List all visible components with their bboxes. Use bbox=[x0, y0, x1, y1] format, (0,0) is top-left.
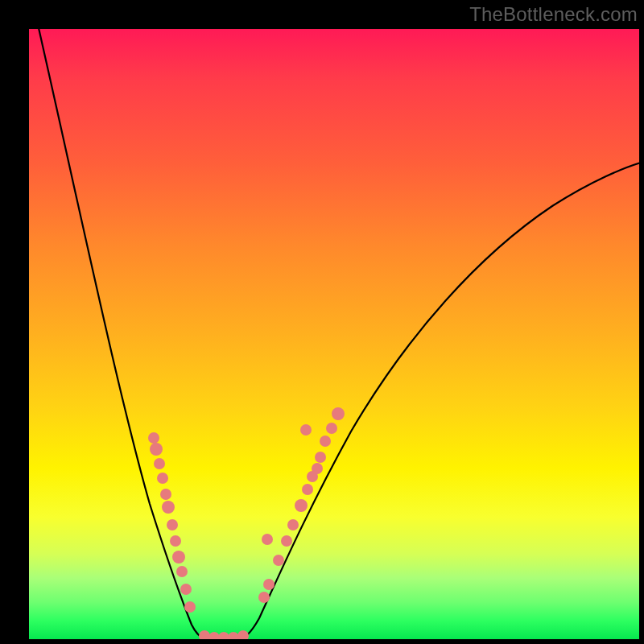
chart-svg bbox=[29, 29, 639, 639]
data-dot bbox=[199, 630, 210, 639]
data-dot bbox=[237, 630, 249, 639]
data-dot bbox=[281, 535, 292, 547]
curve-right-branch bbox=[237, 163, 639, 639]
data-dot bbox=[157, 473, 168, 484]
data-dot bbox=[287, 519, 299, 530]
data-dot bbox=[218, 632, 229, 639]
data-dot bbox=[208, 632, 220, 639]
watermark-text: TheBottleneck.com bbox=[469, 3, 638, 26]
data-dot bbox=[154, 458, 165, 469]
data-dot bbox=[302, 484, 313, 495]
data-dot bbox=[170, 535, 181, 547]
data-dot bbox=[180, 584, 192, 595]
data-dot bbox=[160, 489, 171, 500]
data-dot bbox=[148, 432, 159, 444]
data-dot bbox=[162, 501, 175, 514]
curve-left-branch bbox=[37, 29, 208, 639]
dots-right-group bbox=[258, 407, 345, 603]
data-dot bbox=[320, 436, 331, 447]
data-dot bbox=[262, 534, 273, 545]
data-dot bbox=[312, 463, 323, 474]
data-dot bbox=[273, 555, 284, 566]
data-dot bbox=[332, 407, 345, 420]
data-dot bbox=[167, 519, 178, 530]
data-dot bbox=[300, 424, 312, 436]
data-dot bbox=[326, 423, 337, 434]
dots-floor-group bbox=[199, 630, 249, 639]
data-dot bbox=[228, 632, 239, 639]
chart-frame: TheBottleneck.com bbox=[0, 0, 644, 644]
plot-area bbox=[29, 29, 639, 639]
data-dot bbox=[258, 592, 270, 603]
data-dot bbox=[315, 452, 326, 463]
data-dot bbox=[295, 499, 308, 512]
data-dot bbox=[172, 551, 185, 564]
data-dot bbox=[263, 579, 275, 590]
data-dot bbox=[184, 601, 196, 613]
data-dot bbox=[150, 443, 163, 456]
data-dot bbox=[176, 566, 188, 577]
